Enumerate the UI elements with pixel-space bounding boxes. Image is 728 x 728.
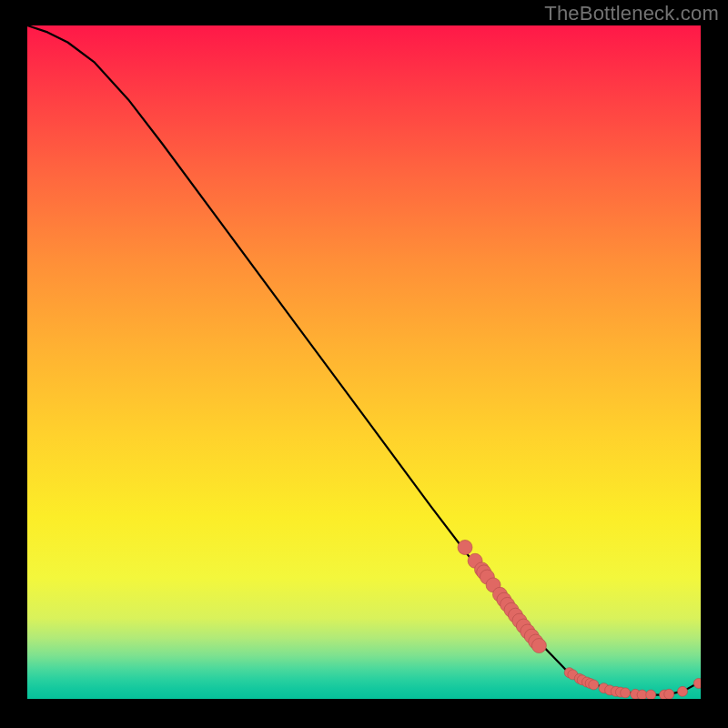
dots-layer bbox=[458, 541, 703, 701]
data-point bbox=[678, 686, 688, 696]
bottom-border bbox=[0, 699, 728, 728]
plot-area bbox=[27, 25, 701, 699]
curve-layer bbox=[27, 25, 697, 695]
data-point bbox=[621, 688, 631, 698]
data-point bbox=[589, 680, 599, 690]
data-point bbox=[458, 541, 472, 555]
bottleneck-curve bbox=[27, 25, 697, 695]
data-point bbox=[664, 689, 674, 699]
chart-frame: TheBottleneck.com bbox=[0, 0, 728, 728]
data-point bbox=[531, 639, 546, 653]
watermark-text: TheBottleneck.com bbox=[544, 2, 719, 25]
left-border bbox=[0, 0, 27, 728]
chart-overlay bbox=[27, 25, 701, 699]
right-border bbox=[701, 0, 728, 728]
